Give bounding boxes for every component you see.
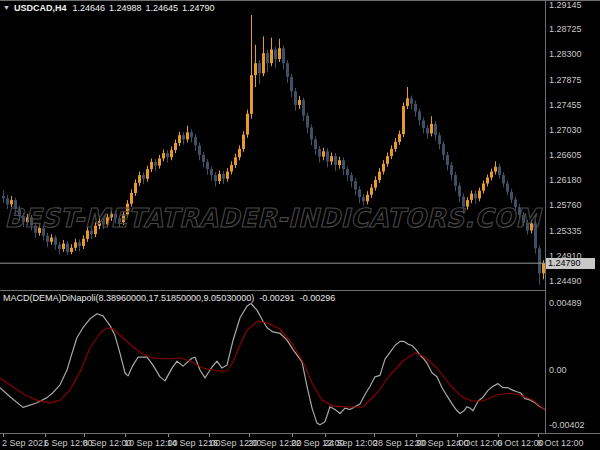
price-axis-label: 1.25760 [549,200,582,210]
price-axis-label: 1.27875 [549,75,582,85]
candle [314,139,317,149]
candlestick-chart [0,1,545,290]
indicator-axis-label: 0.00 [549,365,567,375]
price-axis-label: 1.28725 [549,24,582,34]
candle [130,193,133,204]
candle [454,175,457,186]
candle [146,169,149,179]
price-axis-label: 1.27030 [549,125,582,135]
time-axis-tick [84,434,85,437]
candle [286,63,289,77]
time-axis-tick [498,434,499,437]
candle [418,111,421,120]
candle [46,236,49,242]
candle [482,184,485,191]
candle [78,242,81,246]
time-axis-tick [538,434,539,437]
candle [238,149,241,157]
candle [258,63,261,73]
candle [478,191,481,199]
candle [138,175,141,183]
price-axis[interactable]: 1.24790 1.291451.287251.283001.278751.27… [546,0,600,434]
candle [218,174,221,181]
main-chart-pane[interactable]: BEST-METATRADER-INDICATORS.COM ▼USDCAD,H… [0,1,545,290]
candle [250,75,253,114]
candle [510,192,513,200]
candle [334,156,337,165]
candle [458,186,461,197]
candle [74,242,77,247]
time-axis-label: 2 Sep 2021 [2,438,48,448]
time-axis-tick [325,434,326,437]
candle [422,120,425,128]
candle [358,189,361,197]
time-axis-tick [457,434,458,437]
candle [182,135,185,139]
candle [374,180,377,188]
time-axis-tick [209,434,210,437]
indicator-value-main: -0.00291 [259,293,295,303]
candle [162,153,165,158]
candle [150,162,153,169]
candle [202,155,205,162]
time-axis-tick [45,434,46,437]
time-axis-tick [3,434,4,437]
time-axis-tick [125,434,126,437]
candle [246,114,249,135]
candle [142,175,145,179]
candle [342,160,345,169]
candle [214,175,217,181]
time-axis-tick [168,434,169,437]
candle [302,100,305,116]
candle [50,238,53,242]
candle [506,184,509,192]
price-axis-label: 1.24910 [549,251,582,261]
candle [226,172,229,179]
candle [434,124,437,135]
candle [58,245,61,249]
candle [174,143,177,150]
close-value: 1.24790 [182,3,215,13]
candle [290,77,293,91]
candle [2,196,5,198]
candle [390,149,393,156]
watermark: BEST-METATRADER-INDICATORS.COM [4,203,540,233]
time-axis-tick [374,434,375,437]
candle [234,157,237,165]
candle [198,145,201,155]
candle [210,169,213,175]
time-axis-tick [292,434,293,437]
price-axis-label: 1.26180 [549,175,582,185]
candle [230,165,233,172]
candle [406,98,409,106]
candle [274,50,277,60]
candle [486,178,489,184]
macd-signal-line [0,321,545,410]
candle [178,135,181,143]
candle [338,160,341,165]
price-axis-label: 1.28300 [549,49,582,59]
symbol-timeframe-label: USDCAD,H4 [14,3,67,13]
indicator-axis-label: 0.00489 [549,298,582,308]
candle [318,149,321,157]
candles-series [2,15,545,285]
price-axis-label: 1.26605 [549,150,582,160]
indicator-label: MACD(DEMA)DiNapoli(8.38960000,17.5185000… [3,293,340,303]
candle [222,174,225,179]
candle [254,63,257,75]
macd-indicator-pane[interactable]: MACD(DEMA)DiNapoli(8.38960000,17.5185000… [0,291,545,433]
time-axis[interactable]: 2 Sep 20216 Sep 12:008 Sep 12:0010 Sep 1… [0,434,600,450]
candle [298,100,301,105]
candle [446,155,449,165]
macd-main-line [0,304,545,425]
candle [326,151,329,161]
candle [498,167,501,175]
candle [170,150,173,157]
candle [82,239,85,246]
candle [242,135,245,149]
price-axis-label: 1.24490 [549,276,582,286]
candle [362,197,365,201]
candle [502,175,505,183]
time-axis-label: 8 Oct 12:00 [537,438,584,448]
candle [206,162,209,169]
